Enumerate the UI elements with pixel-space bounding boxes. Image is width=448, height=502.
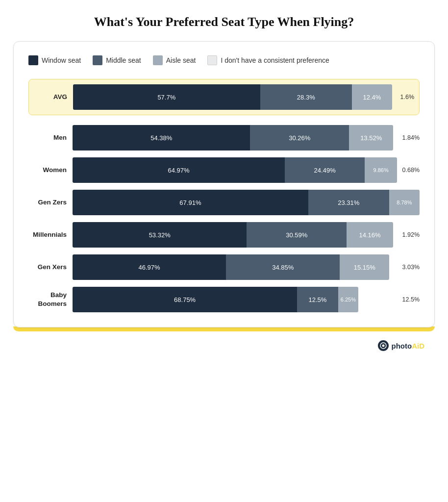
avg-row-wrapper: AVG57.7%28.3%12.4%1.6% (28, 79, 420, 115)
chart-rows: AVG57.7%28.3%12.4%1.6%Men54.38%30.26%13.… (28, 79, 420, 312)
segment-2-window: 64.97% (73, 157, 285, 183)
avg-none-label: 1.6% (398, 94, 415, 100)
segment-5-middle: 34.85% (226, 254, 340, 280)
segment-1-aisle: 13.52% (349, 125, 393, 151)
bar-3: 67.91%23.31%8.78% (73, 190, 420, 215)
page-title: What's Your Preferred Seat Type When Fly… (94, 15, 354, 29)
bar-2: 64.97%24.49%9.86% (73, 157, 399, 183)
legend-label-middle: Middle seat (106, 56, 141, 64)
watermark: photoAiD (378, 340, 425, 351)
bar-outer-3: 67.91%23.31%8.78% (73, 190, 420, 215)
segment-4-middle: 30.59% (247, 222, 347, 248)
legend-item-none: I don't have a consistent preference (207, 55, 329, 65)
segment-3-aisle: 8.78% (389, 190, 420, 215)
chart-row-4: Millennials53.32%30.59%14.16%1.92% (28, 222, 420, 248)
bar-outer-6: 68.75%12.5%6.25%12.5% (73, 287, 420, 312)
legend-color-aisle (153, 55, 163, 65)
svg-point-1 (382, 345, 384, 347)
avg-bar-outer: 57.7%28.3%12.4%1.6% (73, 84, 414, 110)
segment-5-window: 46.97% (73, 254, 226, 280)
legend-label-none: I don't have a consistent preference (221, 56, 329, 64)
bar-outer-5: 46.97%34.85%15.15%3.03% (73, 254, 420, 280)
bar-1: 54.38%30.26%13.52% (73, 125, 399, 151)
avg-segment-middle: 28.3% (260, 84, 352, 110)
legend-label-aisle: Aisle seat (166, 56, 196, 64)
chart-row-2: Women64.97%24.49%9.86%0.68% (28, 157, 420, 183)
bar-5: 46.97%34.85%15.15% (73, 254, 399, 280)
segment-1-middle: 30.26% (250, 125, 349, 151)
bar-6: 68.75%12.5%6.25% (73, 287, 399, 312)
legend-color-window (28, 55, 38, 65)
avg-row-label: AVG (29, 93, 73, 101)
segment-3-window: 67.91% (73, 190, 308, 215)
row-label-2: Women (28, 166, 73, 175)
row-label-5: Gen Xers (28, 263, 73, 272)
chart-container: Window seat Middle seat Aisle seat I don… (13, 41, 435, 327)
segment-6-middle: 12.5% (297, 287, 338, 312)
segment-6-aisle: 6.25% (338, 287, 359, 312)
avg-segment-aisle: 12.4% (352, 84, 392, 110)
avg-segment-window: 57.7% (73, 84, 260, 110)
segment-3-middle: 23.31% (308, 190, 389, 215)
bar-4: 53.32%30.59%14.16% (73, 222, 399, 248)
bar-outer-2: 64.97%24.49%9.86%0.68% (73, 157, 420, 183)
segment-4-window: 53.32% (73, 222, 247, 248)
segment-5-aisle: 15.15% (340, 254, 389, 280)
chart-row-6: Baby Boomers68.75%12.5%6.25%12.5% (28, 287, 420, 312)
brand-icon (378, 340, 389, 351)
segment-4-aisle: 14.16% (347, 222, 393, 248)
legend-color-none (207, 55, 217, 65)
none-label-6: 12.5% (399, 296, 420, 303)
segment-2-middle: 24.49% (285, 157, 365, 183)
none-label-4: 1.92% (399, 231, 420, 238)
legend: Window seat Middle seat Aisle seat I don… (28, 55, 420, 65)
legend-item-aisle: Aisle seat (153, 55, 196, 65)
none-label-2: 0.68% (399, 167, 420, 174)
brand-name: photoAiD (392, 342, 425, 350)
legend-item-window: Window seat (28, 55, 81, 65)
legend-label-window: Window seat (42, 56, 81, 64)
segment-6-window: 68.75% (73, 287, 297, 312)
legend-color-middle (93, 55, 102, 65)
row-label-6: Baby Boomers (28, 291, 73, 308)
row-label-3: Gen Zers (28, 198, 73, 207)
segment-2-aisle: 9.86% (365, 157, 397, 183)
bar-outer-4: 53.32%30.59%14.16%1.92% (73, 222, 420, 248)
none-label-1: 1.84% (399, 134, 420, 141)
row-label-1: Men (28, 133, 73, 142)
none-label-5: 3.03% (399, 264, 420, 271)
bar-outer-1: 54.38%30.26%13.52%1.84% (73, 125, 420, 151)
avg-bar: 57.7%28.3%12.4% (73, 84, 398, 110)
chart-row-1: Men54.38%30.26%13.52%1.84% (28, 125, 420, 151)
legend-item-middle: Middle seat (93, 55, 141, 65)
row-label-4: Millennials (28, 230, 73, 239)
chart-row-5: Gen Xers46.97%34.85%15.15%3.03% (28, 254, 420, 280)
segment-1-window: 54.38% (73, 125, 250, 151)
chart-row-3: Gen Zers67.91%23.31%8.78% (28, 190, 420, 215)
